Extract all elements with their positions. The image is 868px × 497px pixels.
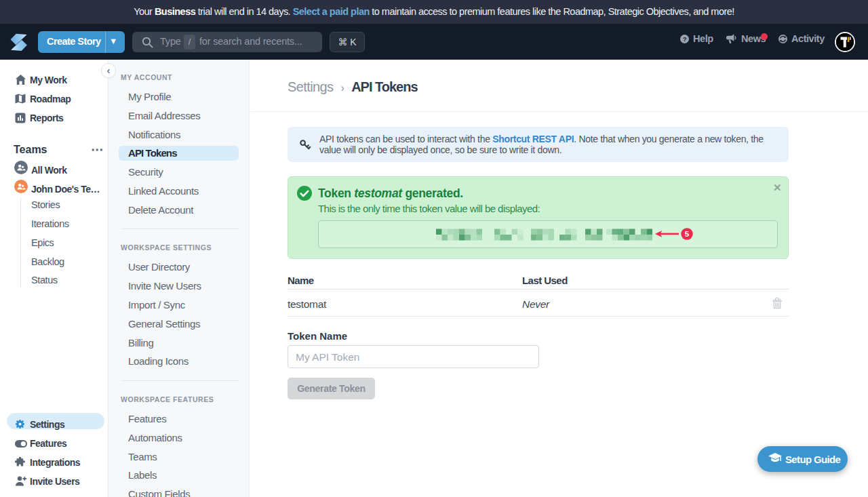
svg-text:5: 5 bbox=[685, 230, 690, 238]
svg-text:?: ? bbox=[683, 36, 687, 43]
